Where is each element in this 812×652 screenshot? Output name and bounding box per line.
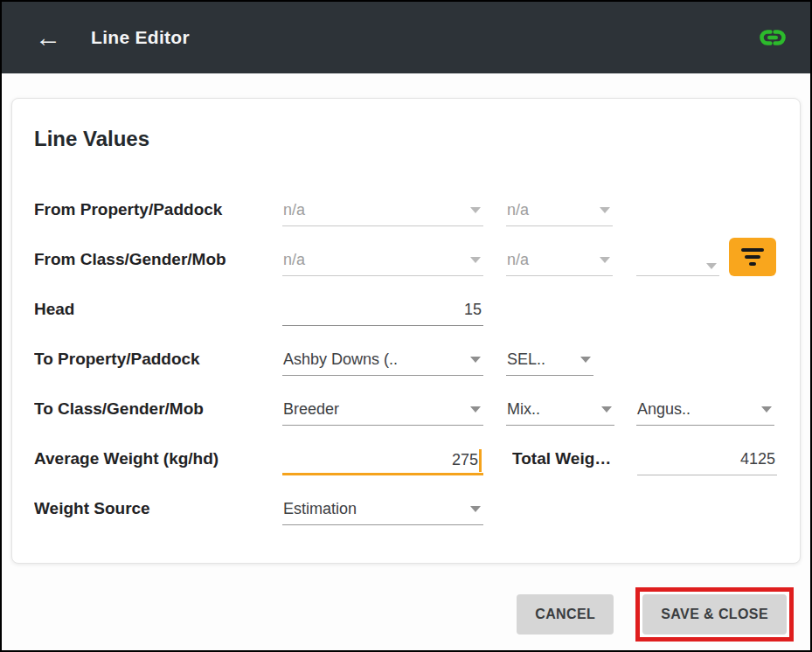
- row-average-weight: Average Weight (kg/hd) 275 Total Weig… 4…: [34, 426, 778, 475]
- line-values-card: Line Values From Property/Paddock n/a n/…: [11, 98, 801, 564]
- field-label: Average Weight (kg/hd): [34, 449, 282, 475]
- row-to-property-paddock: To Property/Paddock Ashby Downs (.. SEL.…: [34, 326, 778, 376]
- line-editor-screen: ← Line Editor Line Values From Property/…: [0, 0, 812, 652]
- save-and-close-button[interactable]: SAVE & CLOSE: [642, 594, 787, 635]
- field-label: Weight Source: [34, 499, 282, 525]
- total-weight-input[interactable]: 4125: [637, 450, 777, 475]
- total-weight-label: Total Weig…: [512, 449, 619, 475]
- back-arrow-icon[interactable]: ←: [33, 23, 63, 52]
- to-class-dropdown[interactable]: Breeder: [282, 400, 483, 426]
- average-weight-input[interactable]: 275: [282, 449, 483, 475]
- dropdown-value: Breeder: [283, 400, 339, 419]
- annotation-highlight-box: SAVE & CLOSE: [635, 587, 794, 642]
- head-input[interactable]: 15: [282, 301, 483, 326]
- field-label: To Property/Paddock: [34, 350, 282, 376]
- from-class-dropdown[interactable]: n/a: [282, 251, 483, 276]
- chevron-down-icon: [470, 357, 481, 363]
- dropdown-value: Mix..: [507, 400, 540, 419]
- from-property-dropdown[interactable]: n/a: [282, 201, 483, 226]
- page-title: Line Editor: [91, 27, 190, 48]
- to-property-dropdown[interactable]: Ashby Downs (..: [282, 350, 483, 376]
- from-gender-dropdown[interactable]: n/a: [506, 251, 613, 276]
- cancel-button[interactable]: CANCEL: [517, 594, 614, 635]
- dropdown-value: n/a: [283, 251, 305, 269]
- dropdown-value: n/a: [283, 201, 305, 219]
- chevron-down-icon: [470, 257, 481, 263]
- app-bar: ← Line Editor: [2, 2, 810, 73]
- dropdown-value: Ashby Downs (..: [283, 350, 398, 369]
- filter-button[interactable]: [729, 238, 776, 276]
- row-head: Head 15: [34, 276, 778, 326]
- chevron-down-icon: [470, 406, 481, 413]
- chevron-down-icon: [470, 506, 481, 512]
- to-mob-dropdown[interactable]: Angus..: [636, 400, 774, 426]
- to-gender-dropdown[interactable]: Mix..: [506, 400, 614, 426]
- row-from-class-gender-mob: From Class/Gender/Mob n/a n/a: [34, 226, 778, 276]
- from-mob-dropdown[interactable]: [636, 263, 719, 276]
- field-label: From Property/Paddock: [34, 200, 282, 226]
- row-to-class-gender-mob: To Class/Gender/Mob Breeder Mix.. Angus.…: [34, 376, 778, 426]
- weight-source-dropdown[interactable]: Estimation: [282, 500, 483, 525]
- footer-actions: CANCEL SAVE & CLOSE: [2, 581, 810, 648]
- field-label: From Class/Gender/Mob: [34, 250, 282, 276]
- field-label: Head: [34, 300, 282, 326]
- chevron-down-icon: [761, 406, 772, 413]
- chevron-down-icon: [470, 207, 481, 213]
- input-value: 275: [452, 451, 478, 468]
- from-paddock-dropdown[interactable]: n/a: [506, 201, 613, 226]
- field-label: To Class/Gender/Mob: [34, 399, 282, 426]
- to-paddock-dropdown[interactable]: SEL..: [506, 350, 593, 376]
- row-from-property-paddock: From Property/Paddock n/a n/a: [34, 177, 778, 226]
- filter-icon: [741, 248, 764, 252]
- card-heading: Line Values: [34, 125, 778, 153]
- dropdown-value: n/a: [507, 251, 529, 269]
- dropdown-value: Angus..: [637, 400, 691, 419]
- chevron-down-icon: [580, 357, 591, 363]
- link-icon[interactable]: [758, 23, 788, 52]
- row-weight-source: Weight Source Estimation: [34, 475, 778, 525]
- dropdown-value: Estimation: [283, 500, 357, 518]
- chevron-down-icon: [600, 257, 610, 263]
- dropdown-value: SEL..: [507, 350, 545, 369]
- chevron-down-icon: [706, 263, 717, 269]
- chevron-down-icon: [601, 406, 612, 413]
- dropdown-value: n/a: [507, 201, 529, 219]
- form-rows: From Property/Paddock n/a n/a From Class…: [34, 177, 778, 525]
- text-cursor: [479, 449, 482, 472]
- chevron-down-icon: [600, 207, 610, 213]
